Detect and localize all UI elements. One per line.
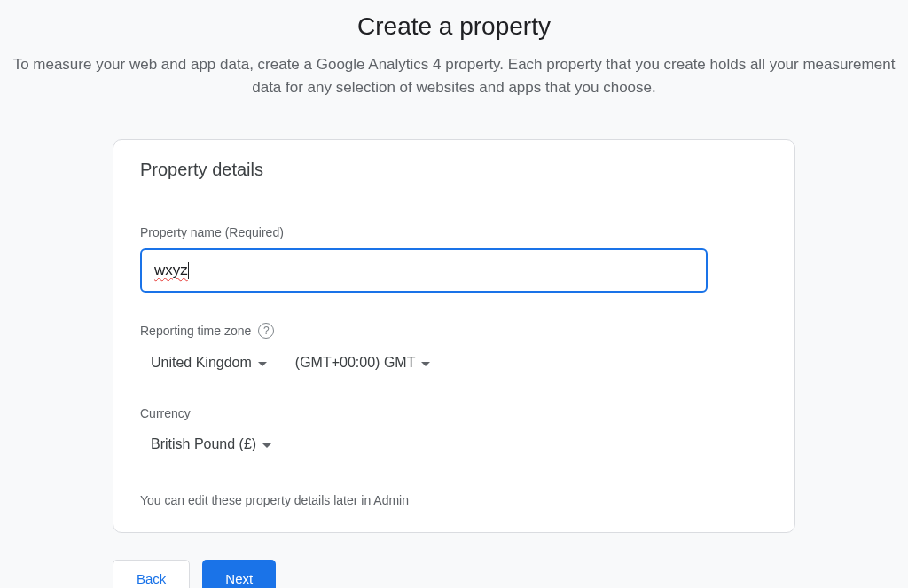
edit-note: You can edit these property details late… [140, 493, 768, 507]
timezone-country-value: United Kingdom [151, 355, 252, 371]
property-details-card: Property details Property name (Required… [113, 139, 795, 533]
caret-down-icon [421, 362, 430, 366]
currency-label: Currency [140, 406, 768, 420]
caret-down-icon [258, 362, 267, 366]
page-description: To measure your web and app data, create… [0, 53, 908, 98]
page-title: Create a property [0, 0, 908, 53]
timezone-section: Reporting time zone ? United Kingdom (GM… [140, 323, 768, 376]
card-title: Property details [140, 160, 768, 180]
timezone-label: Reporting time zone ? [140, 323, 768, 339]
timezone-offset-dropdown[interactable]: (GMT+00:00) GMT [294, 349, 433, 376]
timezone-country-dropdown[interactable]: United Kingdom [149, 349, 269, 376]
timezone-offset-value: (GMT+00:00) GMT [295, 355, 416, 371]
property-name-label: Property name (Required) [140, 225, 768, 239]
property-name-input[interactable]: wxyz [140, 248, 708, 293]
timezone-label-text: Reporting time zone [140, 324, 251, 338]
button-row: Back Next [113, 560, 795, 588]
help-icon[interactable]: ? [258, 323, 274, 339]
currency-section: Currency British Pound (£) [140, 406, 768, 458]
property-name-field: Property name (Required) wxyz [140, 225, 768, 293]
property-name-value: wxyz [154, 262, 188, 279]
next-button[interactable]: Next [202, 560, 276, 588]
currency-dropdown[interactable]: British Pound (£) [149, 431, 273, 458]
back-button[interactable]: Back [113, 560, 190, 588]
caret-down-icon [262, 443, 271, 448]
text-cursor [188, 262, 189, 279]
currency-value: British Pound (£) [151, 436, 256, 452]
card-header: Property details [114, 140, 794, 200]
